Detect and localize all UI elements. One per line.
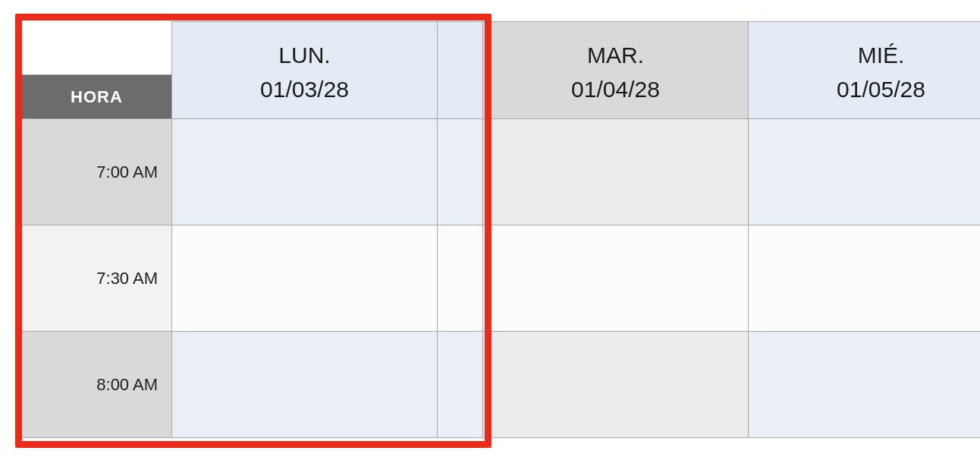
gap-cell <box>438 119 483 225</box>
slot-cell-tue[interactable] <box>483 225 749 332</box>
gap-header <box>438 22 483 119</box>
time-cell: 7:00 AM <box>22 119 172 225</box>
table-row: 7:30 AM <box>22 225 981 332</box>
slot-cell-mon[interactable] <box>172 119 438 225</box>
time-cell: 8:00 AM <box>22 332 172 438</box>
time-cell: 7:30 AM <box>22 225 172 332</box>
gap-cell <box>438 332 483 438</box>
gap-cell <box>438 225 483 332</box>
table-row: 8:00 AM <box>22 332 981 438</box>
day-abbr: MIÉ. <box>749 38 980 72</box>
hora-label: HORA <box>71 87 123 106</box>
slot-cell-mon[interactable] <box>172 225 438 332</box>
day-abbr: MAR. <box>483 38 748 72</box>
day-header-wed[interactable]: MIÉ. 01/05/28 <box>749 22 981 119</box>
hora-header: HORA <box>22 75 172 119</box>
time-label: 7:30 AM <box>96 269 158 288</box>
slot-cell-tue[interactable] <box>483 119 749 225</box>
schedule-table: LUN. 01/03/28 MAR. 01/04/28 MIÉ. 01/05/2… <box>21 21 980 438</box>
slot-cell-wed[interactable] <box>749 225 981 332</box>
slot-cell-tue[interactable] <box>483 332 749 438</box>
time-label: 8:00 AM <box>96 375 158 394</box>
day-date: 01/03/28 <box>172 72 437 106</box>
blank-corner-upper <box>22 22 172 75</box>
day-header-tue[interactable]: MAR. 01/04/28 <box>483 22 749 119</box>
slot-cell-wed[interactable] <box>749 119 981 225</box>
time-label: 7:00 AM <box>96 162 158 181</box>
slot-cell-wed[interactable] <box>749 332 981 438</box>
day-header-mon[interactable]: LUN. 01/03/28 <box>172 22 438 119</box>
table-row: 7:00 AM <box>22 119 981 225</box>
day-date: 01/05/28 <box>749 72 980 106</box>
day-abbr: LUN. <box>172 38 437 72</box>
slot-cell-mon[interactable] <box>172 332 438 438</box>
day-date: 01/04/28 <box>483 72 748 106</box>
